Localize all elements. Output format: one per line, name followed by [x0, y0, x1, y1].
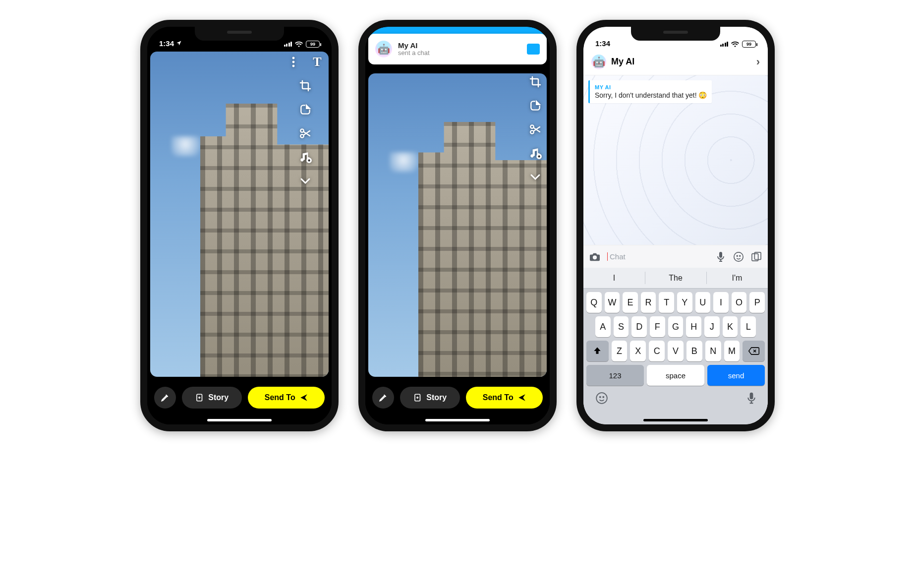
suggestion-2[interactable]: The [645, 268, 706, 288]
chat-input[interactable]: Chat [607, 252, 708, 261]
key-e[interactable]: E [623, 292, 638, 313]
key-u[interactable]: U [695, 292, 711, 313]
key-k[interactable]: K [723, 316, 738, 337]
story-button-label: Story [208, 393, 229, 402]
key-x[interactable]: X [630, 341, 646, 361]
key-l[interactable]: L [741, 316, 756, 337]
music-add-icon[interactable] [298, 150, 313, 165]
location-arrow-icon [176, 39, 182, 48]
svg-point-14 [740, 255, 741, 256]
key-p[interactable]: P [749, 292, 765, 313]
sticker-icon[interactable] [528, 98, 543, 113]
emoji-icon[interactable] [733, 251, 744, 262]
device-notch [631, 27, 720, 41]
svg-point-7 [530, 125, 534, 128]
svg-point-4 [300, 134, 304, 138]
key-h[interactable]: H [686, 316, 701, 337]
key-o[interactable]: O [732, 292, 747, 313]
device-notch [195, 27, 284, 41]
camera-icon[interactable] [589, 251, 600, 262]
key-f[interactable]: F [650, 316, 665, 337]
scissors-icon[interactable] [298, 126, 313, 141]
key-d[interactable]: D [631, 316, 647, 337]
home-indicator[interactable] [425, 419, 490, 421]
mic-icon[interactable] [715, 251, 726, 262]
key-v[interactable]: V [668, 341, 684, 361]
more-vertical-icon[interactable] [286, 55, 301, 69]
key-t[interactable]: T [659, 292, 674, 313]
key-backspace[interactable] [743, 341, 765, 361]
phone-myai-chat: 1:34 99 🤖 My AI › MY AI Sorry, I don't u… [576, 20, 775, 431]
chat-filled-icon [527, 44, 540, 55]
key-z[interactable]: Z [612, 341, 628, 361]
crop-icon[interactable] [298, 78, 313, 93]
music-add-icon[interactable] [528, 146, 543, 161]
key-j[interactable]: J [704, 316, 720, 337]
send-arrow-icon [517, 393, 526, 402]
key-m[interactable]: M [724, 341, 740, 361]
send-to-button[interactable]: Send To [466, 387, 543, 409]
snap-preview[interactable]: T [150, 52, 329, 377]
crop-icon[interactable] [528, 74, 543, 89]
key-space[interactable]: space [647, 365, 704, 386]
wifi-icon [295, 41, 303, 47]
snap-bottom-bar: Story Send To [147, 380, 332, 424]
key-r[interactable]: R [641, 292, 656, 313]
key-shift[interactable] [586, 341, 609, 361]
svg-point-0 [292, 57, 295, 59]
home-indicator[interactable] [643, 419, 708, 421]
key-n[interactable]: N [705, 341, 721, 361]
kb-row-bottom: 123 space send [583, 361, 768, 386]
sticker-icon[interactable] [298, 102, 313, 117]
suggestion-3[interactable]: I'm [706, 268, 768, 288]
status-time: 1:34 [159, 39, 174, 48]
svg-point-12 [734, 252, 743, 261]
save-edit-button[interactable] [154, 387, 176, 409]
snap-bottom-bar: Story Send To [365, 380, 550, 424]
key-i[interactable]: I [713, 292, 729, 313]
home-indicator[interactable] [207, 419, 272, 421]
snap-preview[interactable] [368, 73, 547, 377]
signal-icon [284, 42, 292, 47]
edit-tool-rail: T [286, 55, 325, 188]
key-q[interactable]: Q [586, 292, 602, 313]
myai-avatar: 🤖 [375, 41, 392, 58]
keyboard-suggestions: I The I'm [583, 268, 768, 289]
key-b[interactable]: B [686, 341, 702, 361]
key-s[interactable]: S [614, 316, 629, 337]
chevron-right-icon[interactable]: › [756, 56, 760, 68]
story-button[interactable]: Story [400, 387, 460, 409]
edit-tool-rail [528, 74, 543, 184]
story-button[interactable]: Story [182, 387, 242, 409]
dictation-mic-icon[interactable] [747, 392, 756, 408]
send-arrow-icon [299, 393, 308, 402]
svg-point-13 [737, 255, 738, 256]
notification-banner[interactable]: 🤖 My AI sent a chat [368, 34, 547, 64]
chat-message-text: Sorry, I don't understand that yet! 😳 [595, 91, 707, 99]
send-to-button[interactable]: Send To [248, 387, 325, 409]
save-edit-button[interactable] [372, 387, 394, 409]
chat-header[interactable]: 🤖 My AI › [583, 49, 768, 75]
key-w[interactable]: W [605, 292, 620, 313]
key-c[interactable]: C [649, 341, 665, 361]
scissors-icon[interactable] [528, 122, 543, 137]
key-a[interactable]: A [595, 316, 611, 337]
ios-keyboard: I The I'm Q W E R T Y U I O P A S D F [583, 268, 768, 424]
chevron-down-icon[interactable] [528, 170, 543, 184]
notification-banner-wrap: 🤖 My AI sent a chat [365, 27, 550, 71]
svg-point-17 [596, 393, 607, 404]
key-g[interactable]: G [668, 316, 684, 337]
chevron-down-icon[interactable] [298, 174, 313, 188]
key-send[interactable]: send [707, 365, 765, 386]
wifi-icon [731, 41, 739, 47]
key-123[interactable]: 123 [586, 365, 644, 386]
signal-icon [720, 42, 729, 47]
story-button-label: Story [426, 393, 447, 402]
key-y[interactable]: Y [677, 292, 692, 313]
text-tool[interactable]: T [310, 55, 325, 69]
emoji-globe-icon[interactable] [595, 392, 608, 408]
chat-title: My AI [611, 57, 751, 67]
gallery-icon[interactable] [751, 251, 762, 262]
suggestion-1[interactable]: I [583, 268, 645, 288]
chat-body[interactable]: MY AI Sorry, I don't understand that yet… [583, 75, 768, 245]
